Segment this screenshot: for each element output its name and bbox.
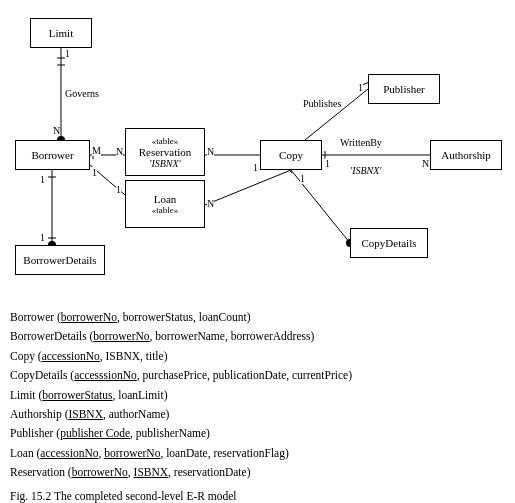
governs-label: Governs (65, 88, 99, 99)
publishes-label: Publishes (303, 98, 341, 109)
publisher-label: Publisher (383, 83, 425, 95)
svg-line-5 (205, 170, 291, 205)
text-borrowerdetails: BorrowerDetails (borrowerNo, borrowerNam… (10, 327, 505, 345)
copydetails-label: CopyDetails (362, 237, 417, 249)
figure-caption: Fig. 15.2 The completed second-level E-R… (10, 490, 505, 502)
n-res-right: N (207, 146, 214, 157)
text-copydetails: CopyDetails (accesssionNo, purchasePrice… (10, 366, 505, 384)
copy-box: Copy (260, 140, 322, 170)
loan-label: Loan (154, 193, 177, 205)
text-section: Borrower (borrowerNo, borrowerStatus, lo… (10, 308, 505, 482)
text-loan: Loan (accessionNo, borrowerNo, loanDate,… (10, 444, 505, 462)
caption-text: Fig. 15.2 The completed second-level E-R… (10, 490, 237, 502)
publisher-box: Publisher (368, 74, 440, 104)
text-copy: Copy (accessionNo, ISBNX, title) (10, 347, 505, 365)
reservation-box: «table» Reservation 'ISBNX' (125, 128, 205, 176)
isbnx-auth-label: 'ISBNX' (350, 165, 382, 176)
one-loan-borrower: 1 (116, 184, 121, 195)
copy-label: Copy (279, 149, 303, 161)
authorship-label: Authorship (441, 149, 491, 161)
one-copy-cd: 1 (300, 173, 305, 184)
n-borrower-top: N (53, 125, 60, 136)
limit-box: Limit (30, 18, 92, 48)
one-borrow-bd-bot: 1 (40, 232, 45, 243)
copydetails-box: CopyDetails (350, 228, 428, 258)
m-label: M (92, 145, 101, 156)
n-res-left: N (116, 146, 123, 157)
reservation-label: Reservation (139, 146, 192, 158)
text-publisher: Publisher (publisher Code, publisherName… (10, 424, 505, 442)
borrowerdetails-box: BorrowerDetails (15, 245, 105, 275)
one-publisher: 1 (358, 82, 363, 93)
text-limit: Limit (borrowerStatus, loanLimit) (10, 386, 505, 404)
svg-line-7 (305, 89, 368, 140)
n-borrower-loan: 1 (92, 167, 97, 178)
text-authorship: Authorship (ISBNX, authorName) (10, 405, 505, 423)
loan-box: Loan «table» (125, 180, 205, 228)
authorship-box: Authorship (430, 140, 502, 170)
one-limit-bottom: 1 (65, 48, 70, 59)
one-copy-auth: 1 (325, 158, 330, 169)
er-diagram: Limit Governs N 1 Borrower M 1 «table» R… (10, 10, 505, 300)
one-loan-copy: 1 (253, 162, 258, 173)
loan-stereotype: «table» (152, 205, 179, 215)
borrowerdetails-label: BorrowerDetails (23, 254, 96, 266)
text-reservation: Reservation (borrowerNo, ISBNX, reservat… (10, 463, 505, 481)
reservation-stereotype: «table» (152, 136, 179, 146)
borrower-box: Borrower (15, 140, 90, 170)
n-loan-right: N (207, 198, 214, 209)
limit-label: Limit (49, 27, 73, 39)
reservation-key: 'ISBNX' (149, 158, 181, 169)
text-borrower: Borrower (borrowerNo, borrowerStatus, lo… (10, 308, 505, 326)
borrower-label: Borrower (31, 149, 73, 161)
one-borrow-bd-top: 1 (40, 174, 45, 185)
n-authorship: N (422, 158, 429, 169)
writtenby-label: WrittenBy (340, 137, 382, 148)
